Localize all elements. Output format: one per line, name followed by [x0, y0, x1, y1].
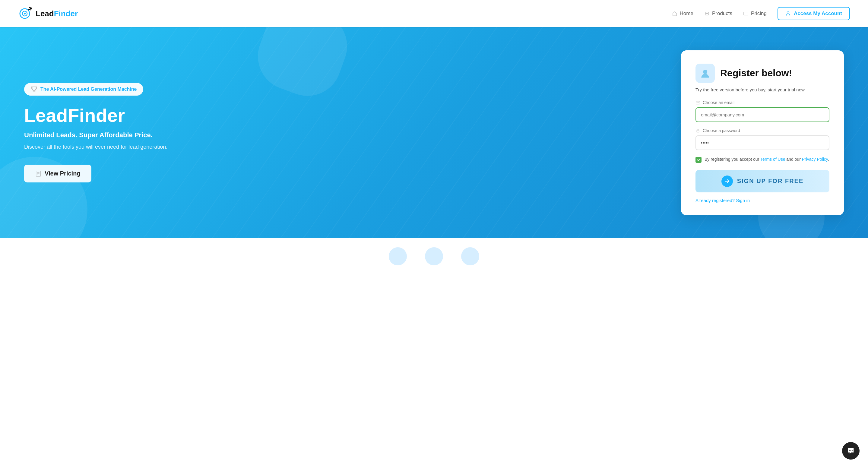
logo-icon [18, 6, 33, 21]
hero-badge-text: The AI-Powered Lead Generation Machine [40, 87, 136, 92]
signup-button[interactable]: SIGN UP FOR FREE [695, 170, 829, 192]
navbar: LeadFinder Home Products Pricing Access … [0, 0, 868, 27]
email-label: Choose an email [695, 100, 829, 105]
svg-point-12 [787, 12, 789, 14]
hero-subtitle: Unlimited Leads. Super Affordable Price. [24, 131, 211, 139]
svg-line-5 [31, 8, 31, 10]
terms-row: By registering you accept our Terms of U… [695, 156, 829, 163]
logo-lead: Lead [36, 9, 54, 18]
bottom-circle-2 [425, 247, 443, 266]
nav-products[interactable]: Products [704, 10, 732, 17]
bottom-circle-1 [389, 247, 407, 266]
password-input[interactable] [695, 135, 829, 150]
terms-text: By registering you accept our Terms of U… [705, 156, 829, 162]
signup-arrow-icon [721, 176, 733, 187]
nav-pricing[interactable]: Pricing [743, 10, 767, 17]
svg-point-7 [707, 12, 709, 13]
svg-point-2 [24, 13, 26, 14]
nav-home[interactable]: Home [672, 10, 693, 17]
access-my-account-button[interactable]: Access My Account [777, 7, 850, 20]
svg-point-9 [707, 13, 709, 15]
svg-rect-18 [696, 101, 700, 104]
trophy-icon [31, 86, 37, 93]
document-icon [35, 170, 42, 177]
hero-section: The AI-Powered Lead Generation Machine L… [0, 27, 868, 238]
privacy-policy-link[interactable]: Privacy Policy [802, 157, 828, 162]
register-description: Try the free version before you buy, sta… [695, 87, 829, 92]
avatar-icon [700, 68, 711, 79]
logo-finder: Finder [54, 9, 78, 18]
svg-rect-10 [744, 12, 748, 15]
user-icon [785, 11, 791, 16]
hero-title: LeadFinder [24, 105, 211, 126]
pricing-icon [743, 11, 749, 16]
svg-point-6 [706, 12, 707, 13]
home-icon [672, 11, 677, 16]
bottom-circle-3 [461, 247, 479, 266]
products-icon [704, 11, 710, 16]
hero-description: Discover all the tools you will ever nee… [24, 144, 181, 150]
email-input[interactable] [695, 107, 829, 122]
password-label-icon [695, 128, 700, 133]
register-panel: Register below! Try the free version bef… [681, 50, 844, 215]
hero-content: The AI-Powered Lead Generation Machine L… [24, 83, 211, 182]
already-registered-link[interactable]: Already registered? Sign in [695, 198, 750, 203]
svg-point-17 [703, 70, 707, 74]
register-header: Register below! [695, 64, 829, 83]
hero-badge: The AI-Powered Lead Generation Machine [24, 83, 143, 96]
view-pricing-button[interactable]: View Pricing [24, 165, 91, 182]
checkmark-icon [697, 158, 701, 162]
password-label: Choose a password [695, 128, 829, 133]
deco-circle-2 [249, 27, 357, 105]
bottom-strip [0, 238, 868, 269]
nav-links: Home Products Pricing Access My Account [672, 7, 850, 20]
register-card: Register below! Try the free version bef… [681, 50, 844, 215]
terms-checkbox[interactable] [695, 157, 702, 163]
email-label-icon [695, 100, 700, 105]
svg-rect-19 [697, 130, 699, 132]
register-title: Register below! [720, 67, 792, 79]
logo[interactable]: LeadFinder [18, 6, 78, 21]
terms-of-use-link[interactable]: Terms of Use [760, 157, 785, 162]
register-avatar [695, 64, 715, 83]
arrow-right-icon [724, 178, 730, 184]
svg-point-8 [706, 13, 707, 15]
